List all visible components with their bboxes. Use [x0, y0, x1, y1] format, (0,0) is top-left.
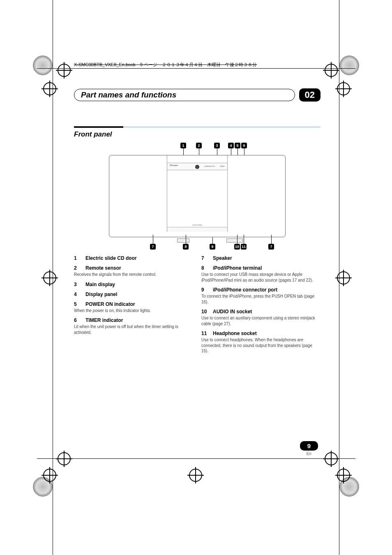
push-open-label: PUSH OPEN: [192, 224, 202, 226]
right-column: 7Speaker 8iPod/iPhone terminal Use to co…: [201, 255, 321, 358]
item-title: iPod/iPhone connector port: [213, 287, 277, 293]
callout-4: 4: [228, 143, 234, 148]
callout-3: 3: [214, 143, 220, 148]
definitions: 1Electric slide CD door 2Remote sensor R…: [74, 255, 321, 358]
item-6: 6TIMER indicator Lit when the unit power…: [74, 317, 193, 335]
brand-label: Pioneer: [170, 164, 178, 166]
item-body: To connect the iPod/iPhone, press the PU…: [201, 294, 321, 305]
item-10: 10AUDIO IN socket Use to connect an auxi…: [201, 309, 321, 326]
item-body: When the power is on, this indicator lig…: [74, 308, 193, 314]
callout-1: 1: [180, 143, 186, 148]
section-title: Front panel: [74, 130, 321, 139]
item-title: Display panel: [85, 291, 117, 297]
item-body: Use to connect headphones. When the head…: [201, 337, 321, 354]
chapter-number: 02: [299, 88, 321, 102]
item-9: 9iPod/iPhone connector port To connect t…: [201, 287, 321, 305]
timer-label: TIMER: [220, 165, 225, 167]
section-divider: [74, 126, 321, 128]
callout-7: 7: [150, 244, 156, 250]
page-footer: 9 En: [300, 441, 318, 456]
item-11: 11Headphone socket Use to connect headph…: [201, 331, 321, 354]
item-title: Speaker: [213, 255, 232, 261]
callout-7b: 7: [268, 244, 274, 250]
item-title: Electric slide CD door: [85, 255, 137, 261]
item-4: 4Display panel: [74, 291, 193, 297]
item-8: 8iPod/iPhone terminal Use to connect you…: [201, 265, 321, 283]
chapter-title: Part names and functions: [81, 90, 176, 99]
item-title: TIMER indicator: [85, 317, 123, 323]
callout-8: 8: [183, 244, 189, 250]
front-panel-diagram: 1 2 3 4 5 6 Pioneer STANDBY/ON TIMER PUS…: [101, 143, 294, 250]
item-title: POWER ON indicator: [85, 301, 135, 307]
standby-label: STANDBY/ON: [204, 165, 215, 167]
item-body: Use to connect your USB mass storage dev…: [201, 272, 321, 283]
item-title: Remote sensor: [85, 265, 121, 271]
item-7: 7Speaker: [201, 255, 321, 261]
callout-2: 2: [196, 143, 202, 148]
callout-10: 10: [234, 244, 240, 250]
item-title: Headphone socket: [213, 331, 257, 336]
callout-11: 11: [241, 244, 247, 250]
item-1: 1Electric slide CD door: [74, 255, 193, 261]
chapter-header: Part names and functions 02: [74, 88, 321, 102]
page-lang: En: [300, 451, 318, 456]
device-outline: Pioneer STANDBY/ON TIMER PUSH OPEN: [109, 155, 286, 237]
callout-6: 6: [241, 143, 247, 148]
item-body: Use to connect an auxiliary component us…: [201, 315, 321, 326]
item-title: Main display: [85, 282, 115, 287]
item-5: 5POWER ON indicator When the power is on…: [74, 301, 193, 314]
item-body: Lit when the unit power is off but when …: [74, 324, 193, 335]
item-title: iPod/iPhone terminal: [213, 265, 262, 271]
callout-9: 9: [210, 244, 215, 250]
item-2: 2Remote sensor Receives the signals from…: [74, 265, 193, 278]
remote-sensor-icon: [195, 165, 199, 169]
item-title: AUDIO IN socket: [213, 309, 252, 314]
callout-5: 5: [235, 143, 240, 148]
item-body: Receives the signals from the remote con…: [74, 272, 193, 278]
item-3: 3Main display: [74, 282, 193, 287]
left-column: 1Electric slide CD door 2Remote sensor R…: [74, 255, 193, 358]
book-meta-line: X-SMC00BTB_VXE8_En.book 9 ページ ２０１３年４月４日 …: [74, 62, 321, 68]
page-number: 9: [300, 441, 318, 451]
